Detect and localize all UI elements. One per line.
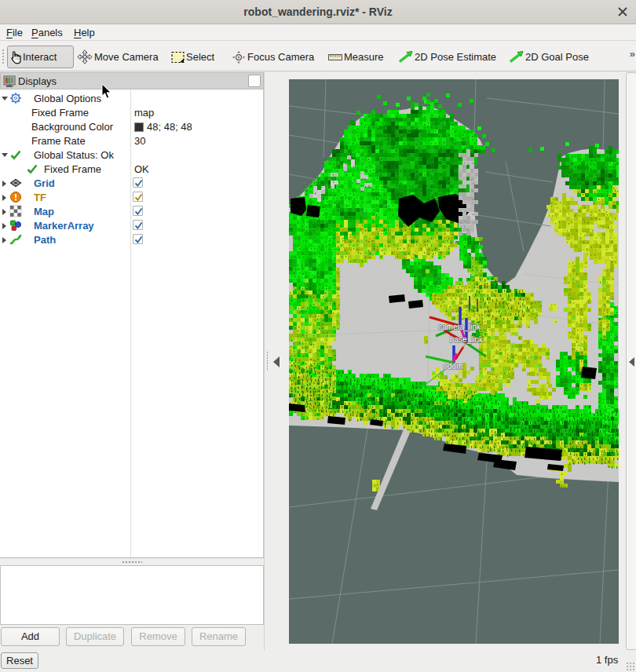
svg-text:odom: odom	[443, 362, 462, 371]
svg-text:base_link: base_link	[450, 335, 484, 344]
svg-text:camera_link: camera_link	[438, 323, 481, 331]
